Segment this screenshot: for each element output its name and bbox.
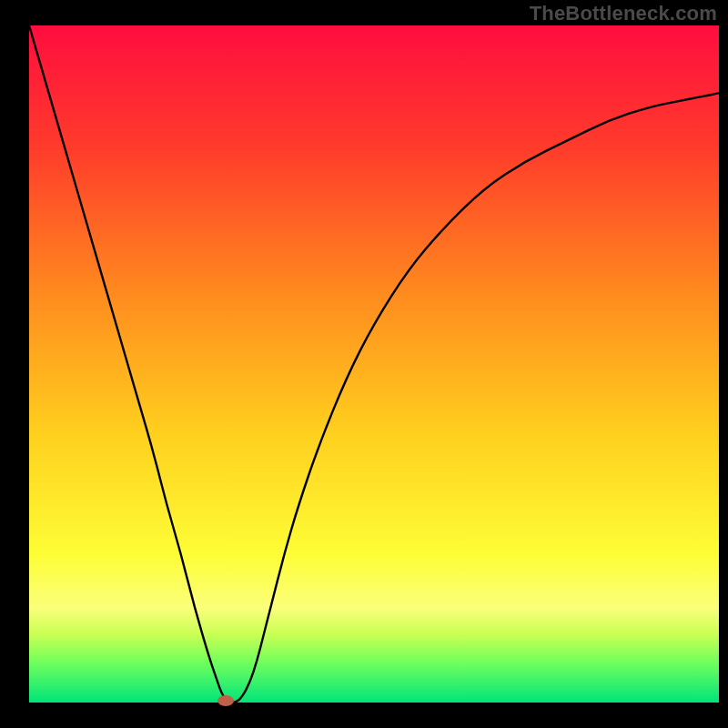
- min-marker: [217, 695, 234, 706]
- chart-frame: TheBottleneck.com: [0, 0, 728, 728]
- plot-background: [29, 25, 719, 703]
- bottleneck-chart: [0, 0, 728, 728]
